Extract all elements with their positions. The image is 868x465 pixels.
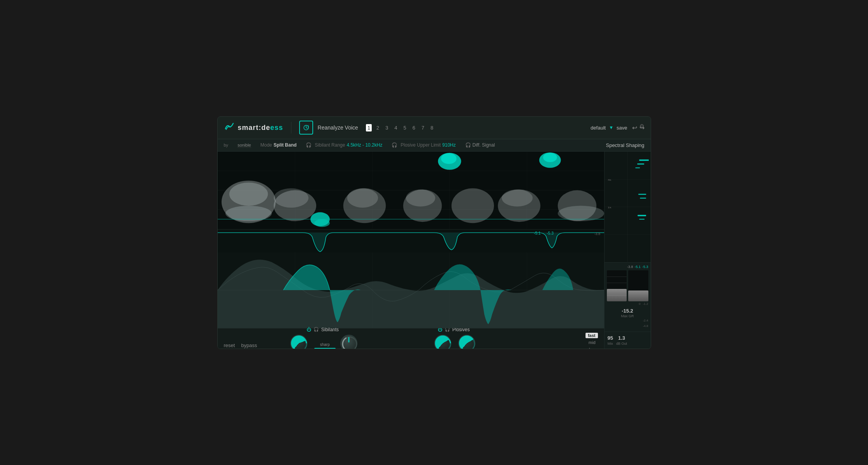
sibilants-suppression-group: 70 Suppression	[288, 335, 310, 349]
plosive-value[interactable]: 910Hz	[442, 142, 456, 148]
spectral-panel: 4k 1k	[605, 152, 651, 262]
db-53-label: -5.3	[642, 265, 648, 269]
plosives-shaping-knob[interactable]	[458, 335, 475, 349]
mix-label: Mix	[608, 342, 613, 346]
db-neg38-label: -3.8	[627, 265, 633, 269]
spectral-shaping-label: Spectral Shaping	[606, 142, 644, 148]
meter-bar-right	[628, 270, 648, 301]
headphone-sibilants[interactable]: 🎧	[314, 327, 319, 332]
svg-text:-3.8: -3.8	[594, 232, 600, 235]
plosives-controls: 70 Suppression	[432, 335, 475, 349]
max-gr-display: -15.2 Max GR	[607, 307, 648, 318]
preset-2[interactable]: 2	[375, 124, 381, 131]
preset-8[interactable]: 8	[429, 124, 435, 131]
svg-rect-59	[638, 194, 646, 195]
color-balanced[interactable]: balanced	[314, 348, 336, 349]
right-panel: 4k 1k -3.8 -5.1 -5.3	[604, 152, 651, 349]
mode-item: Mode Split Band	[260, 142, 296, 148]
db-out-group: 1.3 dB Out	[616, 335, 627, 346]
bottom-controls: reset bypass ⏻ 🎧 Sibilants	[218, 328, 604, 349]
meter-section: -3.8 -5.1 -5.3	[605, 262, 651, 332]
max-gr-value: -15.2	[622, 308, 633, 314]
brand-link[interactable]: sonible	[237, 143, 251, 148]
svg-text:1k: 1k	[607, 206, 611, 209]
sibilants-power-icon[interactable]: ⏻	[307, 327, 311, 332]
meter-bar-left	[607, 270, 627, 301]
sibilants-suppression-knob[interactable]	[290, 335, 307, 349]
db-scale: -2.4 -4.8	[607, 318, 648, 329]
teal-value-left: -5.1	[534, 231, 541, 235]
waveform-visual	[218, 252, 604, 328]
diff-signal-item: 🎧 Diff. Signal	[465, 142, 495, 148]
preset-5[interactable]: 5	[402, 124, 408, 131]
mix-value[interactable]: 95	[608, 335, 613, 341]
db-out-label: dB Out	[616, 342, 627, 346]
headphone-icon-3[interactable]: 🎧	[465, 142, 471, 148]
max-gr-label: Max GR	[607, 314, 648, 318]
waveform-display	[218, 252, 604, 328]
brand-name: smart:deess	[238, 124, 283, 132]
sibilant-range-label: Sibilant Range	[315, 142, 345, 148]
spec-background	[218, 152, 604, 229]
plosives-section: ⏻ 🎧 Plosives	[388, 327, 519, 349]
db-out-value[interactable]: 1.3	[618, 335, 625, 341]
svg-rect-58	[635, 167, 640, 168]
plosives-suppression-knob[interactable]	[434, 335, 451, 349]
sibilants-section: ⏻ 🎧 Sibilants	[257, 327, 388, 349]
meter-scale-labels: 0 -1.2	[607, 302, 648, 306]
mode-value[interactable]: Split Band	[274, 142, 296, 148]
preset-dropdown: default ▼ save	[591, 125, 627, 131]
svg-rect-56	[639, 159, 649, 161]
db-51-label: -5.1	[634, 265, 641, 269]
reanalyze-button[interactable]	[299, 121, 313, 135]
diff-signal-label[interactable]: Diff. Signal	[473, 142, 495, 148]
undo-button[interactable]: ↩	[632, 124, 637, 131]
header-separator	[291, 122, 291, 133]
mix-group: 95 Mix	[608, 335, 613, 346]
preset-4[interactable]: 4	[393, 124, 399, 131]
db-display: -3.8 -5.1 -5.3	[607, 265, 648, 269]
speed-mid[interactable]: mid	[586, 340, 598, 345]
plosives-shaping-group: 60 Shaping	[458, 335, 475, 349]
bypass-button[interactable]: bypass	[241, 342, 257, 348]
svg-rect-57	[637, 163, 644, 164]
header: smart:deess Reanalyze Voice 1 2 3 4 5 6 …	[218, 117, 651, 139]
color-sharp[interactable]: sharp	[318, 342, 332, 347]
sibilants-title: Sibilants	[321, 327, 339, 332]
sub-header: by sonible Mode Split Band 🎧 Sibilant Ra…	[218, 139, 651, 152]
color-selector: sharp balanced soft Color	[314, 342, 336, 349]
teal-value-right: -5.3	[547, 231, 553, 235]
reset-button[interactable]: reset	[224, 342, 235, 348]
mode-label: Mode	[260, 142, 272, 148]
spectral-visual: 4k 1k	[605, 152, 651, 262]
preset-7[interactable]: 7	[420, 124, 426, 131]
speed-slow[interactable]: slow	[585, 347, 598, 349]
reanalyze-label: Reanalyze Voice	[318, 124, 358, 131]
plosive-label: Plosive Upper Limit	[400, 142, 440, 148]
preset-3[interactable]: 3	[384, 124, 390, 131]
sibilant-range-item: 🎧 Sibilant Range 4.5kHz - 10.2kHz	[306, 142, 382, 148]
headphone-icon-2[interactable]: 🎧	[392, 142, 397, 148]
speed-fast[interactable]: fast	[586, 333, 598, 338]
main-content: -3.8 -5.1 -5.3	[218, 152, 651, 349]
by-label: by	[224, 143, 229, 147]
sibilants-controls: 70 Suppression sharp balanced soft Color	[288, 335, 357, 349]
preset-name: default	[591, 125, 606, 131]
preset-1[interactable]: 1	[366, 124, 372, 131]
sibilant-range-value[interactable]: 4.5kHz - 10.2kHz	[347, 142, 382, 148]
sibilants-title-row: ⏻ 🎧 Sibilants	[307, 327, 339, 332]
meter-bars	[607, 270, 648, 301]
settings-icon[interactable]: ⚙	[639, 123, 645, 129]
headphone-icon-1[interactable]: 🎧	[306, 142, 312, 148]
dropdown-arrow-icon[interactable]: ▼	[609, 125, 613, 130]
preset-6[interactable]: 6	[411, 124, 417, 131]
sibilants-shaping-group: 30 Shaping	[340, 335, 357, 349]
save-button[interactable]: save	[617, 125, 627, 131]
preset-numbers: 1 2 3 4 5 6 7 8	[366, 124, 435, 131]
spectrogram	[218, 152, 604, 229]
plosive-item: 🎧 Plosive Upper Limit 910Hz	[392, 142, 456, 148]
sibilants-shaping-knob[interactable]	[340, 335, 357, 349]
svg-rect-60	[640, 197, 646, 198]
logo-area: smart:deess	[224, 121, 283, 134]
reset-bypass: reset bypass	[224, 342, 257, 348]
